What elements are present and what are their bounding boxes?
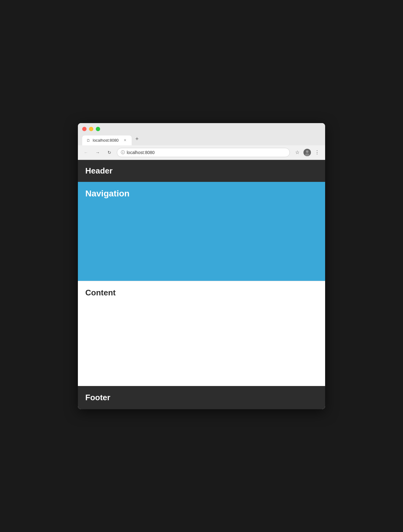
address-bar[interactable]: ⓘ localhost:8080 <box>117 148 290 157</box>
browser-toolbar: ← → ↻ ⓘ localhost:8080 ☆ <box>78 145 325 160</box>
info-icon: ⓘ <box>121 150 125 155</box>
page-main-content: Content <box>78 281 325 386</box>
toolbar-actions: ☆ ⋮ <box>293 148 321 157</box>
address-text: localhost:8080 <box>127 150 286 155</box>
more-icon: ⋮ <box>315 149 320 155</box>
back-icon: ← <box>84 150 88 155</box>
browser-window: 🗋 localhost:8080 ✕ + ← → ↻ ⓘ localhost:8… <box>78 123 325 409</box>
content-label: Content <box>85 288 116 297</box>
back-button[interactable]: ← <box>82 148 90 157</box>
maximize-button[interactable] <box>96 127 100 131</box>
svg-point-1 <box>306 150 308 153</box>
tab-favicon-icon: 🗋 <box>87 138 90 143</box>
tab-title: localhost:8080 <box>93 138 120 143</box>
traffic-lights <box>82 127 321 131</box>
menu-button[interactable]: ⋮ <box>313 148 321 157</box>
reload-icon: ↻ <box>108 150 111 155</box>
page-content: Header Navigation Content Footer <box>78 160 325 409</box>
avatar-button[interactable] <box>303 148 312 157</box>
header-label: Header <box>85 166 112 175</box>
page-header: Header <box>78 160 325 182</box>
reload-button[interactable]: ↻ <box>105 148 114 157</box>
user-avatar <box>303 149 311 156</box>
page-navigation: Navigation <box>78 182 325 281</box>
page-footer: Footer <box>78 386 325 409</box>
active-tab[interactable]: 🗋 localhost:8080 ✕ <box>82 135 132 145</box>
minimize-button[interactable] <box>89 127 93 131</box>
navigation-label: Navigation <box>85 189 129 198</box>
tab-close-button[interactable]: ✕ <box>122 138 127 143</box>
forward-button[interactable]: → <box>93 148 102 157</box>
bookmark-button[interactable]: ☆ <box>293 148 302 157</box>
star-icon: ☆ <box>295 149 299 155</box>
browser-tabs: 🗋 localhost:8080 ✕ + <box>82 134 321 145</box>
close-button[interactable] <box>82 127 87 131</box>
forward-icon: → <box>95 150 100 155</box>
new-tab-button[interactable]: + <box>132 134 142 144</box>
footer-label: Footer <box>85 393 110 402</box>
browser-titlebar: 🗋 localhost:8080 ✕ + <box>78 123 325 145</box>
